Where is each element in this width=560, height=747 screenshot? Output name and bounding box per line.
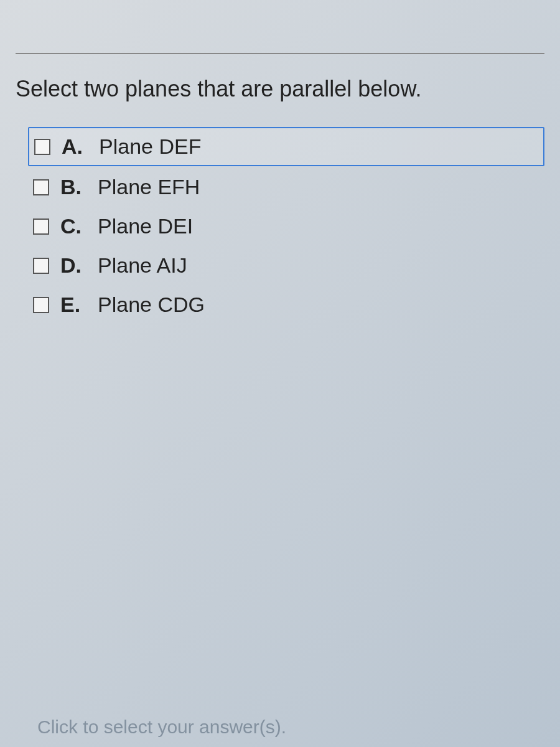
option-text: Plane DEF [99, 134, 201, 159]
option-letter: C. [60, 214, 85, 238]
options-list: A. Plane DEF B. Plane EFH C. Plane DEI D… [16, 127, 544, 323]
option-text: Plane AIJ [98, 253, 187, 278]
option-text: Plane DEI [98, 214, 193, 238]
question-prompt: Select two planes that are parallel belo… [16, 76, 544, 102]
option-text: Plane CDG [98, 293, 205, 317]
checkbox-b[interactable] [33, 179, 49, 195]
footer-hint: Click to select your answer(s). [37, 716, 286, 738]
checkbox-c[interactable] [33, 218, 49, 235]
option-row-a[interactable]: A. Plane DEF [28, 127, 544, 166]
checkbox-d[interactable] [33, 258, 49, 274]
option-letter: E. [60, 293, 85, 317]
option-row-c[interactable]: C. Plane DEI [28, 208, 544, 245]
option-letter: B. [60, 175, 85, 199]
option-row-b[interactable]: B. Plane EFH [28, 169, 544, 205]
section-divider [16, 53, 544, 54]
option-row-d[interactable]: D. Plane AIJ [28, 247, 544, 284]
option-text: Plane EFH [98, 175, 200, 199]
checkbox-e[interactable] [33, 297, 49, 313]
option-letter: A. [62, 134, 86, 159]
checkbox-a[interactable] [34, 139, 50, 155]
option-row-e[interactable]: E. Plane CDG [28, 286, 544, 323]
option-letter: D. [60, 253, 85, 278]
